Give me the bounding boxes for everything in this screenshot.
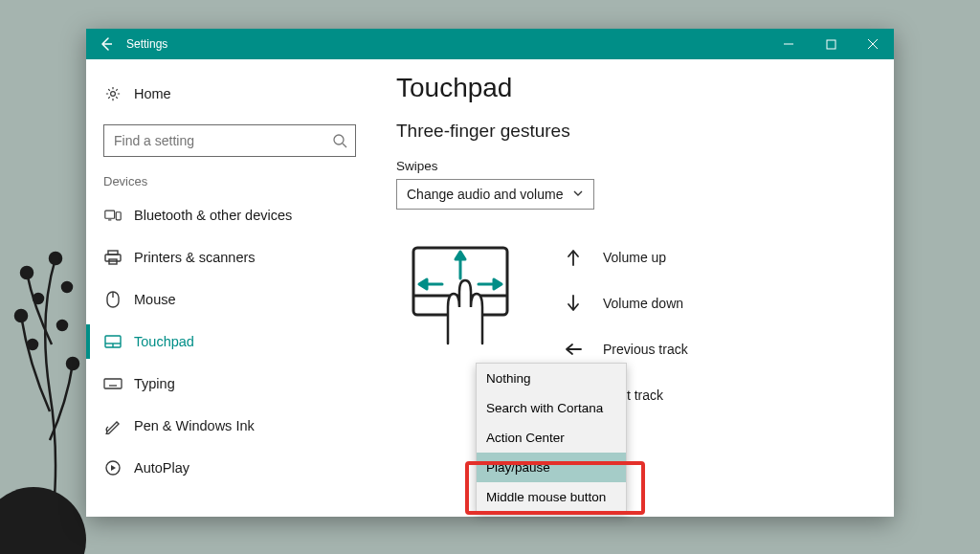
sidebar-item-label: Touchpad [134, 334, 194, 349]
search-input[interactable] [114, 133, 332, 148]
maximize-button[interactable] [810, 29, 852, 59]
printer-icon [103, 250, 122, 265]
svg-rect-9 [827, 40, 835, 49]
sidebar-item-bluetooth[interactable]: Bluetooth & other devices [86, 194, 373, 236]
sidebar-item-label: Pen & Windows Ink [134, 418, 255, 433]
sidebar-item-label: AutoPlay [134, 460, 189, 476]
settings-window: Settings Home [86, 29, 894, 517]
search-icon [332, 133, 347, 148]
home-label: Home [134, 86, 171, 101]
svg-rect-17 [116, 212, 121, 220]
svg-point-1 [15, 310, 27, 321]
svg-point-4 [33, 294, 43, 303]
arrow-up-icon [563, 249, 584, 266]
search-box[interactable] [103, 124, 356, 157]
chevron-down-icon [572, 187, 584, 202]
swipes-dropdown[interactable]: Change audio and volume [396, 179, 594, 210]
svg-point-13 [334, 135, 344, 144]
gesture-label: Volume down [603, 296, 683, 311]
mouse-icon [103, 291, 122, 308]
sidebar-item-label: Typing [134, 376, 175, 391]
touchpad-illustration [396, 240, 524, 332]
svg-point-6 [28, 340, 37, 349]
sidebar-item-label: Bluetooth & other devices [134, 208, 292, 223]
svg-point-5 [57, 321, 67, 330]
svg-rect-15 [105, 211, 115, 218]
sidebar-item-mouse[interactable]: Mouse [86, 278, 373, 321]
titlebar: Settings [86, 29, 894, 59]
sidebar-item-pen[interactable]: Pen & Windows Ink [86, 405, 373, 447]
sidebar-item-label: Printers & scanners [134, 250, 256, 265]
gesture-volume-up: Volume up [563, 234, 688, 280]
dropdown-option-cortana[interactable]: Search with Cortana [477, 393, 626, 423]
swipes-selected-value: Change audio and volume [407, 187, 563, 202]
gear-icon [103, 85, 122, 102]
svg-rect-20 [105, 255, 121, 261]
sidebar-item-printers[interactable]: Printers & scanners [86, 236, 373, 278]
dropdown-option-action-center[interactable]: Action Center [477, 423, 626, 453]
gesture-label: Previous track [603, 342, 688, 357]
svg-marker-40 [456, 252, 465, 259]
dropdown-option-middle-mouse[interactable]: Middle mouse button [477, 482, 626, 512]
pen-icon [103, 417, 122, 434]
svg-marker-35 [111, 465, 116, 471]
minimize-button[interactable] [768, 29, 810, 59]
page-title: Touchpad [396, 73, 871, 103]
sidebar-item-typing[interactable]: Typing [86, 363, 373, 405]
arrow-down-icon [563, 295, 584, 312]
close-button[interactable] [852, 29, 894, 59]
svg-marker-42 [419, 279, 427, 289]
sidebar-item-autoplay[interactable]: AutoPlay [86, 447, 373, 489]
gesture-volume-down: Volume down [563, 280, 688, 326]
svg-line-14 [343, 144, 346, 147]
dropdown-option-nothing[interactable]: Nothing [477, 364, 626, 393]
section-heading: Three-finger gestures [396, 121, 871, 142]
svg-point-7 [62, 282, 72, 292]
sidebar-section-label: Devices [86, 174, 373, 188]
autoplay-icon [103, 460, 122, 476]
gesture-label: Volume up [603, 250, 666, 265]
arrow-left-icon [563, 343, 584, 356]
svg-point-2 [67, 358, 78, 369]
home-link[interactable]: Home [86, 73, 373, 115]
swipes-label: Swipes [396, 159, 871, 173]
sidebar-item-touchpad[interactable]: Touchpad [86, 321, 373, 363]
svg-point-12 [111, 92, 116, 97]
svg-point-3 [21, 267, 33, 278]
dropdown-option-play-pause[interactable]: Play/pause [477, 453, 626, 482]
content-pane: Touchpad Three-finger gestures Swipes Ch… [373, 59, 894, 517]
svg-rect-27 [104, 379, 122, 388]
devices-icon [103, 208, 122, 223]
back-button[interactable] [86, 29, 126, 59]
window-title: Settings [126, 37, 167, 51]
sidebar-item-label: Mouse [134, 292, 176, 307]
taps-dropdown-popup[interactable]: Nothing Search with Cortana Action Cente… [476, 363, 627, 513]
svg-marker-44 [494, 279, 501, 289]
keyboard-icon [103, 378, 122, 389]
touchpad-icon [103, 335, 122, 348]
sidebar: Home Devices Bluetooth & ot [86, 59, 373, 517]
svg-point-0 [50, 253, 61, 264]
